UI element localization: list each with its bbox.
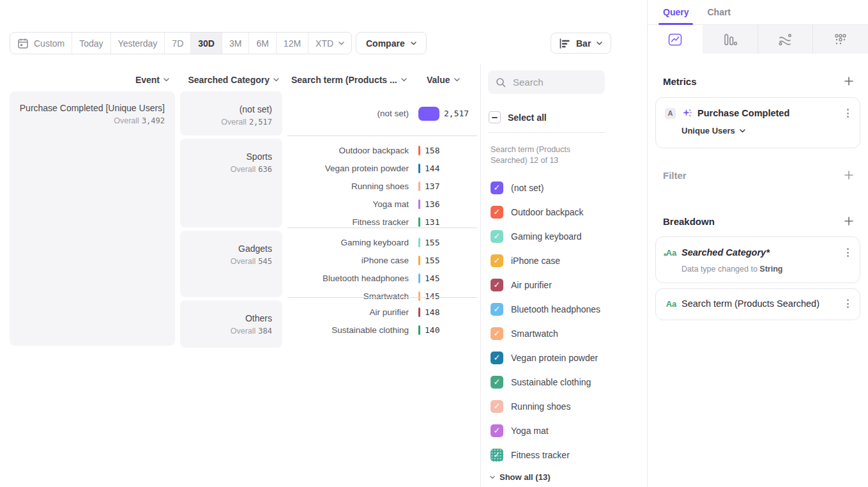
legend-item-sustainable-clothing[interactable]: ✓Sustainable clothing — [481, 370, 647, 394]
add-breakdown-button[interactable] — [843, 215, 855, 227]
chevron-down-icon — [401, 78, 407, 82]
legend-checkbox[interactable]: ✓ — [491, 400, 503, 413]
legend-item-outdoor-backpack[interactable]: ✓Outdoor backpack — [481, 200, 647, 224]
legend-checkbox[interactable]: ✓ — [491, 279, 503, 291]
event-cell[interactable]: Purchase Completed [Unique Users] Overal… — [10, 91, 175, 346]
group-separator — [287, 297, 477, 298]
query-panel-tabs: Query Chart — [648, 0, 868, 25]
legend-checkbox[interactable]: ✓ — [491, 352, 503, 364]
date-range-yesterday[interactable]: Yesterday — [110, 33, 165, 54]
compare-button[interactable]: Compare — [356, 32, 427, 54]
chevron-down-icon — [273, 78, 279, 82]
legend-checkbox[interactable]: ✓ — [491, 230, 503, 243]
term-row-sustainable-clothing[interactable]: Sustainable clothing 140 — [287, 321, 479, 339]
date-range-custom[interactable]: Custom — [10, 33, 72, 54]
legend-label: Running shoes — [511, 401, 570, 412]
date-range-6m[interactable]: 6M — [248, 33, 275, 54]
metric-name[interactable]: Purchase Completed — [697, 108, 789, 118]
legend-item-smartwatch[interactable]: ✓Smartwatch — [481, 321, 647, 346]
term-value: 145 — [425, 274, 439, 283]
category-cell-gadgets[interactable]: Gadgets Overall545 — [180, 231, 282, 297]
term-bar — [418, 238, 420, 247]
legend-item-vegan-protein-powder[interactable]: ✓Vegan protein powder — [481, 346, 647, 370]
term-row-air-purifier[interactable]: Air purifier 148 — [287, 303, 479, 321]
column-header-event[interactable]: Event — [64, 75, 169, 85]
add-filter-button[interactable] — [843, 169, 855, 181]
metric-card: A Purchase Completed Unique Users — [655, 97, 860, 148]
note-prefix: Data type changed to — [681, 265, 759, 274]
tab-retention[interactable] — [812, 25, 868, 54]
modified-asterisk: * — [664, 252, 667, 261]
term-bar — [418, 325, 420, 335]
legend-checkbox[interactable]: ✓ — [491, 376, 503, 389]
date-range-3m[interactable]: 3M — [222, 33, 248, 54]
measure-dropdown[interactable]: Unique Users — [656, 120, 860, 135]
legend-item-bluetooth-headphones[interactable]: ✓Bluetooth headphones — [481, 297, 647, 321]
legend-checkbox[interactable]: ✓ — [491, 424, 503, 437]
category-name: Sports — [188, 151, 272, 162]
legend-item-air-purifier[interactable]: ✓Air purifier — [481, 273, 647, 297]
term-row-not-set[interactable]: (not set) 2,517 — [287, 101, 479, 127]
tab-query[interactable]: Query — [663, 7, 689, 17]
term-value: 145 — [425, 291, 439, 301]
legend-item-fitness-tracker[interactable]: ✓Fitness tracker — [481, 443, 647, 467]
plus-icon — [844, 77, 853, 86]
kebab-menu-icon[interactable] — [845, 246, 851, 259]
category-cell-sports[interactable]: Sports Overall636 — [180, 139, 282, 228]
term-row-bluetooth-headphones[interactable]: Bluetooth headphones 145 — [287, 269, 479, 287]
legend-item-running-shoes[interactable]: ✓Running shoes — [481, 394, 647, 419]
tab-flows[interactable] — [758, 25, 813, 54]
breakdown-property-name[interactable]: Searched Category* — [681, 247, 770, 258]
date-range-7d[interactable]: 7D — [164, 33, 190, 54]
flows-icon — [778, 33, 792, 46]
kebab-menu-icon[interactable] — [845, 297, 851, 310]
select-all-checkbox[interactable] — [489, 111, 501, 123]
date-range-label: 12M — [284, 38, 301, 49]
date-range-today[interactable]: Today — [72, 33, 110, 54]
category-cell-others[interactable]: Others Overall384 — [180, 300, 282, 348]
chart-type-button[interactable]: Bar — [551, 33, 611, 54]
show-all-button[interactable]: Show all (13) — [490, 472, 647, 482]
legend-item-yoga-mat[interactable]: ✓Yoga mat — [481, 419, 647, 443]
legend-checkbox[interactable]: ✓ — [491, 303, 503, 316]
term-row-vegan-protein-powder[interactable]: Vegan protein powder 144 — [287, 159, 479, 177]
term-row-yoga-mat[interactable]: Yoga mat 136 — [287, 195, 479, 213]
legend-checkbox[interactable]: ✓ — [491, 327, 503, 340]
date-range-label: Custom — [34, 38, 65, 49]
column-header-value[interactable]: Value — [427, 75, 478, 85]
term-row-smartwatch[interactable]: Smartwatch 145 — [287, 287, 479, 305]
legend-checkbox[interactable]: ✓ — [491, 449, 503, 461]
date-range-12m[interactable]: 12M — [276, 33, 308, 54]
legend-checkbox[interactable]: ✓ — [491, 254, 503, 267]
term-value: 131 — [425, 217, 439, 227]
date-range-xtd[interactable]: XTD — [308, 33, 351, 54]
term-row-iphone-case[interactable]: iPhone case 155 — [287, 251, 479, 269]
column-header-search-term[interactable]: Search term (Products ... — [291, 75, 419, 85]
add-metric-button[interactable] — [843, 75, 855, 87]
select-all-row[interactable]: Select all — [489, 111, 647, 123]
term-value: 155 — [425, 256, 439, 265]
term-row-outdoor-backpack[interactable]: Outdoor backpack 158 — [287, 141, 479, 159]
legend-label: Outdoor backpack — [511, 207, 584, 217]
filter-title: Filter — [663, 170, 687, 181]
tab-chart[interactable]: Chart — [707, 7, 731, 17]
legend-group-label: Search term (Products Searched) 12 of 13 — [491, 144, 600, 166]
term-row-gaming-keyboard[interactable]: Gaming keyboard 155 — [287, 233, 479, 251]
insights-icon — [668, 33, 682, 46]
breakdown-property-name[interactable]: Search term (Products Searched) — [681, 298, 819, 309]
legend-item-not-set[interactable]: ✓(not set) — [481, 176, 647, 200]
tab-insights[interactable] — [648, 25, 703, 54]
column-header-searched-category[interactable]: Searched Category — [177, 75, 279, 85]
tab-funnels[interactable] — [703, 25, 758, 54]
kebab-menu-icon[interactable] — [845, 107, 851, 120]
search-input[interactable] — [512, 76, 597, 88]
term-row-running-shoes[interactable]: Running shoes 137 — [287, 177, 479, 195]
legend-item-iphone-case[interactable]: ✓iPhone case — [481, 249, 647, 273]
category-cell-not-set[interactable]: (not set) Overall2,517 — [180, 91, 282, 135]
chevron-down-icon — [164, 78, 169, 82]
legend-checkbox[interactable]: ✓ — [491, 206, 503, 219]
date-range-30d[interactable]: 30D — [190, 33, 222, 54]
legend-checkbox[interactable]: ✓ — [491, 182, 503, 194]
funnels-icon — [723, 33, 737, 46]
legend-item-gaming-keyboard[interactable]: ✓Gaming keyboard — [481, 224, 647, 249]
